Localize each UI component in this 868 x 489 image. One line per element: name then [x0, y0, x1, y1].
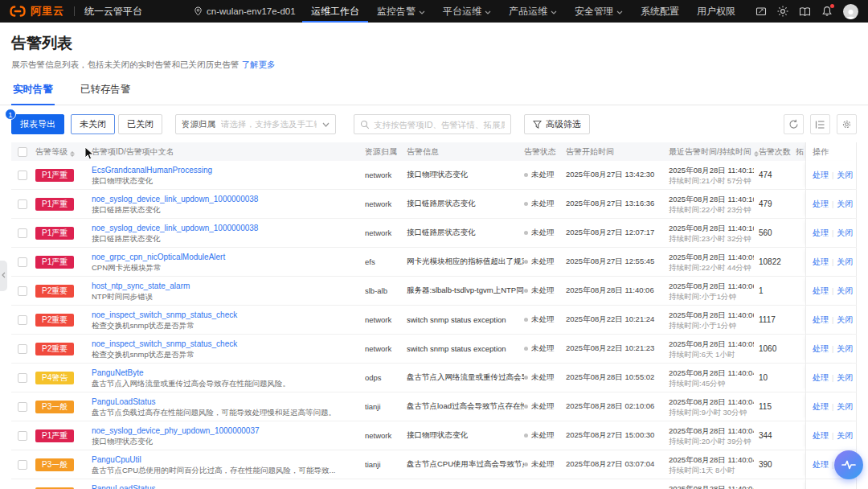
alert-id-link[interactable]: noe_syslog_device_link_updown_1000000038	[92, 223, 360, 233]
row-checkbox[interactable]	[18, 402, 27, 412]
nav-item-user-permission[interactable]: 用户权限	[688, 0, 744, 23]
advanced-filter-badge: 1	[5, 109, 16, 120]
row-checkbox[interactable]	[18, 460, 27, 470]
alert-id-link[interactable]: noe_syslog_device_phy_updown_1000000037	[92, 425, 360, 436]
close-action-link[interactable]: 关闭	[837, 343, 853, 355]
alert-id-link[interactable]: noe_inspect_switch_snmp_status_check	[92, 339, 360, 349]
alibaba-cloud-logo[interactable]: 阿里云 统一云管平台	[10, 4, 142, 18]
alert-id-link[interactable]: noe_grpc_cpn_nicOpticalModuleAlert	[92, 252, 360, 262]
advanced-filter-button[interactable]: 高级筛选	[524, 114, 590, 134]
row-checkbox[interactable]	[18, 373, 27, 383]
tab-realtime-alerts[interactable]: 实时告警	[11, 81, 55, 105]
alert-recent-time: 2025年08月28日 11:40:04	[669, 483, 754, 489]
row-checkbox[interactable]	[18, 286, 27, 296]
sort-icon[interactable]	[70, 151, 75, 157]
close-action-link[interactable]: 关闭	[837, 199, 853, 210]
alert-count: 1117	[759, 315, 796, 324]
alert-count: 10	[759, 373, 796, 382]
alert-name: 接口物理状态变化	[92, 175, 360, 186]
gear-icon[interactable]	[837, 114, 857, 134]
nav-item-system-config[interactable]: 系统配置	[632, 0, 688, 23]
learn-more-link[interactable]: 了解更多	[241, 60, 275, 69]
nav-item-platform-ops[interactable]: 平台运维	[434, 0, 500, 23]
closed-filter-button[interactable]: 已关闭	[118, 114, 162, 134]
row-checkbox[interactable]	[18, 257, 27, 267]
alert-info: 盘古节点CPU使用率过高会导致节点存在性能不足风险	[407, 459, 524, 470]
alert-name: 盘古节点CPU总使用的时间百分比过高，存在性能问题风险，可能导致...	[92, 465, 360, 475]
alert-id-link[interactable]: PanguNetByte	[92, 368, 360, 378]
close-action-link[interactable]: 关闭	[837, 314, 853, 326]
nav-item-security[interactable]: 安全管理	[566, 0, 632, 23]
select-all-checkbox[interactable]	[18, 147, 27, 157]
search-input[interactable]	[374, 120, 505, 129]
close-action-link[interactable]: 关闭	[837, 170, 853, 181]
row-checkbox[interactable]	[18, 171, 27, 180]
row-checkbox[interactable]	[18, 199, 27, 209]
close-action-link[interactable]: 关闭	[837, 401, 853, 413]
row-checkbox[interactable]	[18, 431, 27, 441]
search-box	[354, 114, 511, 134]
alert-recent-time: 2025年08月28日 11:40:10	[669, 194, 754, 204]
alert-start-time: 2025年08月27日 13:16:36	[566, 199, 669, 209]
alert-status: 未处理	[531, 372, 555, 383]
close-action-link[interactable]: 关闭	[837, 430, 853, 442]
handle-action-link[interactable]: 处理	[813, 430, 829, 442]
bell-icon[interactable]	[821, 6, 833, 17]
handle-action-link[interactable]: 处理	[813, 170, 829, 181]
handle-action-link[interactable]: 处理	[813, 343, 829, 355]
avatar[interactable]	[843, 4, 858, 19]
handle-action-link[interactable]: 处理	[813, 401, 829, 413]
alert-id-link[interactable]: PanguLoadStatus	[92, 397, 360, 407]
handle-action-link[interactable]: 处理	[813, 372, 829, 384]
notification-dot	[830, 4, 834, 8]
ops-divider: |	[832, 258, 833, 266]
tab-archived-alerts[interactable]: 已转存告警	[79, 81, 133, 105]
alert-recent-time: 2025年08月28日 11:40:04	[669, 368, 754, 378]
sun-icon[interactable]	[777, 6, 788, 17]
environment-selector[interactable]: cn-wulan-env17e-d01	[194, 6, 296, 16]
handle-action-link[interactable]: 处理	[813, 199, 829, 210]
handle-action-link[interactable]: 处理	[813, 228, 829, 239]
row-checkbox[interactable]	[18, 228, 27, 238]
handle-action-link[interactable]: 处理	[813, 459, 829, 471]
status-dot-icon	[524, 173, 528, 177]
panel-collapse-handle[interactable]	[0, 261, 7, 291]
nav-item-ops-workbench[interactable]: 运维工作台	[302, 0, 368, 23]
chevron-down-icon	[322, 122, 330, 127]
feedback-icon[interactable]	[755, 6, 767, 17]
ai-assistant-button[interactable]	[834, 450, 863, 479]
nav-item-product-ops[interactable]: 产品运维	[500, 0, 566, 23]
resource-owner: network	[365, 199, 407, 208]
sort-icon[interactable]	[754, 151, 759, 157]
row-checkbox[interactable]	[18, 344, 27, 354]
close-action-link[interactable]: 关闭	[837, 372, 853, 384]
alert-info: 网卡光模块相应的指标值超出了规定的阈值	[407, 257, 524, 267]
tab-bar: 实时告警 已转存告警	[0, 81, 868, 105]
platform-name: 统一云管平台	[84, 5, 142, 18]
resource-select[interactable]: 资源归属 请选择，支持多选及手工输入	[175, 114, 336, 134]
nav-item-monitor-alert[interactable]: 监控告警	[368, 0, 434, 23]
alert-id-link[interactable]: host_ntp_sync_state_alarm	[92, 281, 360, 291]
alert-id-link[interactable]: PanguCpuUtil	[92, 454, 360, 465]
handle-action-link[interactable]: 处理	[813, 314, 829, 326]
status-dot-icon	[524, 347, 528, 351]
alert-id-link[interactable]: noe_inspect_switch_snmp_status_check	[92, 310, 360, 320]
book-icon[interactable]	[799, 6, 811, 17]
refresh-icon[interactable]	[784, 114, 804, 134]
close-action-link[interactable]: 关闭	[837, 228, 853, 239]
alert-id-link[interactable]: noe_syslog_device_link_updown_1000000038	[92, 194, 360, 204]
column-list-icon[interactable]	[810, 114, 830, 134]
chevron-down-icon	[419, 6, 425, 17]
open-filter-button[interactable]: 未关闭	[71, 114, 115, 134]
alert-recent-time: 2025年08月28日 11:40:04	[669, 454, 754, 465]
close-action-link[interactable]: 关闭	[837, 257, 853, 268]
export-report-button[interactable]: 报表导出	[11, 114, 64, 134]
row-checkbox[interactable]	[18, 315, 27, 325]
close-action-link[interactable]: 关闭	[837, 286, 853, 297]
alert-id-link[interactable]: EcsGrandcanalHumanProcessing	[92, 165, 360, 175]
handle-action-link[interactable]: 处理	[813, 257, 829, 268]
status-dot-icon	[524, 434, 528, 438]
handle-action-link[interactable]: 处理	[813, 286, 829, 297]
alert-id-link[interactable]: PanguLoadStatus	[92, 483, 360, 489]
chevron-left-icon	[2, 272, 6, 280]
